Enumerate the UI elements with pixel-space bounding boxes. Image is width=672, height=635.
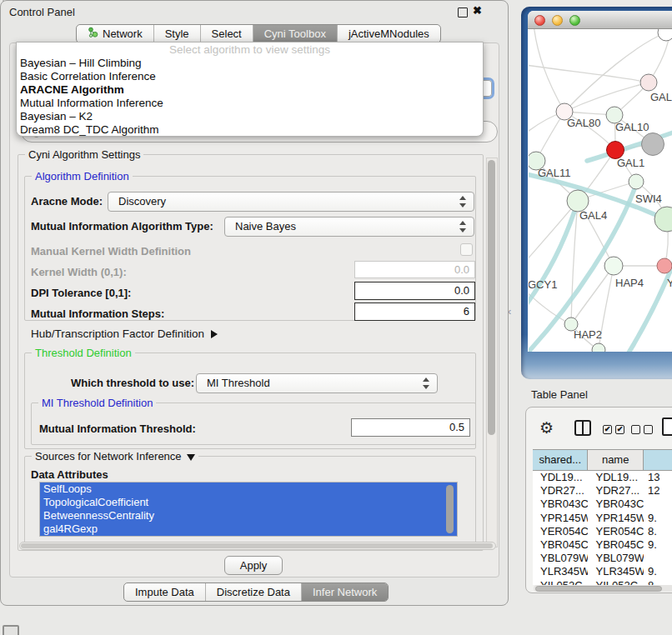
which-threshold-combobox[interactable]: MI Threshold (196, 373, 438, 393)
attribute-item-gal4rgexp[interactable]: gal4RGexp (40, 522, 457, 536)
node-hap4[interactable] (604, 257, 623, 275)
table-row[interactable]: YLR345WYLR345W9. (533, 565, 672, 578)
tab-select[interactable]: Select (200, 25, 253, 42)
which-threshold-value: MI Threshold (207, 374, 270, 392)
zoom-traffic-light-icon[interactable] (569, 15, 580, 26)
network-edge[interactable] (564, 82, 649, 112)
tab-label: Select (212, 25, 242, 42)
checkbox-checked-icon[interactable]: ✔ (603, 425, 612, 434)
node-unlabeled-top[interactable] (658, 29, 672, 41)
table-row[interactable]: YBL079WYBL079W (533, 552, 672, 565)
network-window-titlebar[interactable] (528, 11, 672, 29)
tab-cyni-toolbox[interactable]: Cyni Toolbox (253, 25, 337, 42)
aracne-mode-value: Discovery (118, 192, 166, 211)
which-threshold-label: Which threshold to use: (71, 377, 194, 389)
attribute-item-selfloops[interactable]: SelfLoops (40, 482, 457, 496)
close-traffic-light-icon[interactable] (534, 15, 545, 26)
settings-horizontal-scrollbar[interactable] (19, 542, 496, 550)
horizontal-scrollbar-thumb[interactable] (21, 543, 493, 548)
network-tab-icon (88, 25, 98, 42)
table-cell: YDL19... (588, 471, 643, 484)
table-row[interactable]: YBR043CYBR043C (533, 498, 672, 511)
table-cell: YBR045C (533, 538, 588, 552)
node-gray[interactable] (642, 133, 664, 156)
table-row[interactable]: YER054CYER054C8. (533, 525, 672, 538)
checkbox-unchecked-icon[interactable] (631, 425, 640, 434)
sources-title-text: Sources for Network Inference (35, 450, 182, 462)
attributes-list-scrollbar-thumb[interactable] (446, 485, 454, 533)
kernel-width-label: Kernel Width (0,1): (31, 266, 127, 278)
column-header-shared[interactable]: shared... (533, 450, 588, 470)
network-edge[interactable] (571, 266, 614, 324)
tab-impute-data[interactable]: Impute Data (124, 583, 205, 601)
table-panel-title: Table Panel (531, 388, 588, 401)
checkbox-checked-icon[interactable]: ✔ (615, 425, 624, 434)
column-header-name[interactable]: name (588, 450, 643, 470)
table-row[interactable]: YIL052CYIL052C8. (533, 579, 672, 586)
aracne-mode-combobox[interactable]: Discovery (108, 192, 474, 212)
dropdown-placeholder: Select algorithm to view settings (17, 42, 483, 57)
network-edge[interactable] (529, 64, 649, 82)
float-panel-icon[interactable] (458, 8, 468, 18)
algorithm-option-bayesian-hill-climbing[interactable]: Bayesian – Hill Climbing (17, 57, 483, 70)
algorithm-option-aracne-algorithm[interactable]: ARACNE Algorithm (17, 83, 483, 97)
tab-discretize-data[interactable]: Discretize Data (205, 583, 301, 601)
mi-algorithm-type-combobox[interactable]: Naive Bayes (224, 217, 474, 237)
network-edge-highlighted[interactable] (619, 238, 672, 352)
tab-jactivemnodules[interactable]: jActiveMNodules (337, 25, 440, 42)
table-row[interactable]: YDL19...YDL19...13 (533, 471, 672, 484)
checkbox-unchecked-icon[interactable] (644, 425, 653, 434)
mi-steps-field[interactable]: 6 (354, 302, 475, 321)
table-cell: YBR043C (588, 498, 643, 511)
dock-panel-icon[interactable] (3, 625, 19, 635)
algorithm-option-bayesian-k2[interactable]: Bayesian – K2 (17, 110, 483, 123)
table-row[interactable]: YDR27...YDR27...12 (533, 484, 672, 498)
column-header-cut[interactable] (644, 450, 672, 470)
node-swi4[interactable] (629, 174, 644, 189)
algorithm-option-mutual-information-inference[interactable]: Mutual Information Inference (17, 97, 483, 110)
gear-icon[interactable]: ⚙ (539, 418, 554, 438)
mi-threshold-field[interactable]: 0.5 (351, 418, 470, 437)
mi-threshold-definition-title: MI Threshold Definition (38, 397, 156, 409)
attribute-item-topologicalcoefficient[interactable]: TopologicalCoefficient (40, 496, 457, 509)
table-cell: YPR145W (588, 512, 643, 525)
table-body: YDL19...YDL19...13YDR27...YDR27...12YBR0… (533, 471, 672, 585)
close-icon[interactable]: ✖ (473, 4, 482, 17)
node-large-right[interactable] (654, 207, 672, 232)
attribute-item-betweennesscentrality[interactable]: BetweennessCentrality (40, 509, 457, 522)
control-panel-title: Control Panel (9, 6, 75, 18)
node-label-y: Y (667, 277, 672, 289)
table-row[interactable]: YBR045CYBR045C9. (533, 538, 672, 552)
tab-style[interactable]: Style (153, 25, 200, 42)
dpi-tolerance-field[interactable]: 0.0 (354, 282, 475, 300)
table-cell: YPR145W (533, 512, 588, 525)
sources-group-title[interactable]: Sources for Network Inference (32, 450, 198, 462)
columns-icon[interactable] (574, 420, 591, 436)
kernel-width-field[interactable]: 0.0 (354, 261, 475, 278)
hub-definition-toggle[interactable]: Hub/Transcription Factor Definition (31, 328, 218, 340)
settings-scrollbar-thumb[interactable] (488, 160, 495, 435)
tab-infer-network[interactable]: Infer Network (301, 583, 388, 601)
panel-splitter-handle[interactable]: ‹ (508, 305, 511, 318)
file-icon[interactable] (662, 418, 672, 436)
network-edge[interactable] (534, 29, 564, 112)
table-horizontal-scrollbar[interactable] (534, 585, 672, 592)
tab-network[interactable]: Network (77, 25, 153, 42)
apply-button[interactable]: Apply (224, 556, 283, 575)
table-scrollbar-thumb[interactable] (535, 586, 662, 592)
node-bottom[interactable] (592, 343, 605, 352)
node-label-swi4: SWI4 (635, 192, 662, 205)
node-label-hap2: HAP2 (574, 328, 602, 341)
minimize-traffic-light-icon[interactable] (552, 15, 563, 26)
table-cell: YBR045C (588, 538, 643, 552)
table-row[interactable]: YPR145WYPR145W9. (533, 512, 672, 525)
algorithm-option-dream8-dc-tdc-algorithm[interactable]: Dream8 DC_TDC Algorithm (17, 123, 483, 137)
collapse-arrow-icon (187, 454, 195, 461)
node-gal-cut[interactable] (640, 74, 657, 91)
mi-steps-label: Mutual Information Steps: (31, 308, 164, 320)
network-canvas[interactable]: GALGAL80GAL10GAL1GAL11SWI4GAL4GCY1HAP4YH… (529, 29, 672, 352)
node-pink-right[interactable] (657, 258, 672, 273)
table-cell: 9. (644, 565, 672, 578)
manual-kernel-width-checkbox[interactable] (460, 243, 473, 256)
algorithm-option-basic-correlation-inference[interactable]: Basic Correlation Inference (17, 70, 483, 83)
